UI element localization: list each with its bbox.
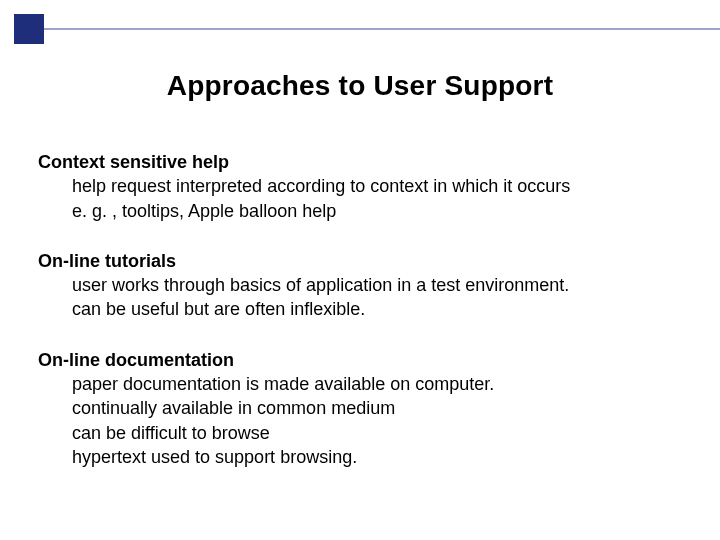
section-context-sensitive-help: Context sensitive help help request inte… <box>38 150 682 223</box>
section-line: e. g. , tooltips, Apple balloon help <box>38 199 682 223</box>
section-line: hypertext used to support browsing. <box>38 445 682 469</box>
section-line: continually available in common medium <box>38 396 682 420</box>
slide-title: Approaches to User Support <box>0 70 720 102</box>
slide: Approaches to User Support Context sensi… <box>0 0 720 540</box>
slide-content: Context sensitive help help request inte… <box>38 150 682 495</box>
section-line: help request interpreted according to co… <box>38 174 682 198</box>
section-online-documentation: On-line documentation paper documentatio… <box>38 348 682 469</box>
section-heading: Context sensitive help <box>38 150 682 174</box>
section-line: can be useful but are often inflexible. <box>38 297 682 321</box>
section-line: user works through basics of application… <box>38 273 682 297</box>
accent-square <box>14 14 44 44</box>
section-line: can be difficult to browse <box>38 421 682 445</box>
accent-line <box>44 28 720 30</box>
section-line: paper documentation is made available on… <box>38 372 682 396</box>
section-heading: On-line documentation <box>38 348 682 372</box>
section-online-tutorials: On-line tutorials user works through bas… <box>38 249 682 322</box>
section-heading: On-line tutorials <box>38 249 682 273</box>
